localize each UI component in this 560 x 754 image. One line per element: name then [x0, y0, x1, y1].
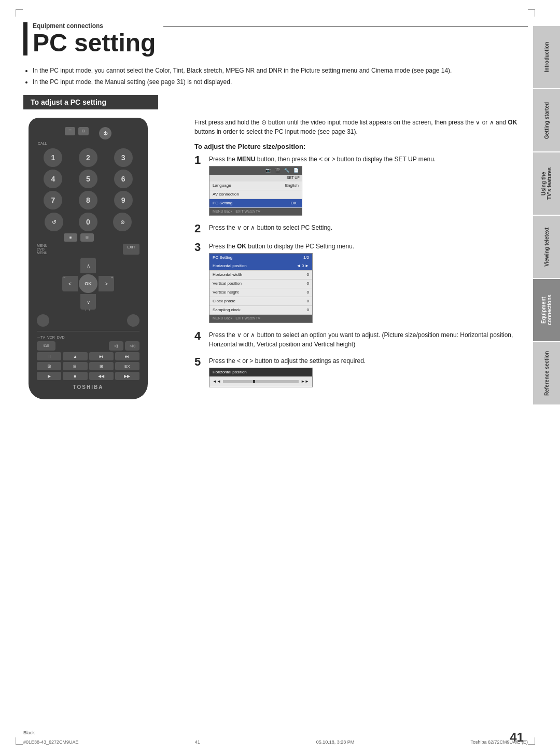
screen5-track: [223, 380, 299, 383]
remote-sound-btn1[interactable]: ◁): [109, 341, 123, 351]
sidebar-tab-reference[interactable]: Reference section: [533, 342, 560, 404]
screen2-row-vheight: Vertical height 0: [209, 288, 312, 297]
screen2-header: PC Setting 1/2: [209, 254, 312, 262]
remote-av-btn[interactable]: ①/II: [37, 341, 55, 351]
screen1-row-language: Language English: [209, 181, 302, 190]
sidebar-tab-introduction[interactable]: Introduction: [533, 26, 560, 88]
screen2-row-vpos: Vertical position 0: [209, 280, 312, 288]
remote-exit-btn[interactable]: EXIT: [123, 244, 139, 255]
screen5-left-arrow: ◄◄: [213, 379, 221, 385]
screen1-icon4: 📄: [293, 167, 299, 174]
page-footer: #01E38-43_6272CM9UAE 41 05.10.18, 3:23 P…: [23, 739, 528, 745]
remote-btn-3[interactable]: 3: [114, 148, 133, 167]
remote-nav-down[interactable]: ∨: [80, 294, 96, 310]
remote-control: ☰ ⊟ ⏻ CALL 1 2 3 4 5 6 7 8 9: [29, 118, 148, 399]
remote-ff-btn[interactable]: ▶▶: [115, 372, 139, 380]
remote-transport1: ⏸ ▲ ⏮ ⏭: [37, 352, 139, 360]
remote-btn-0[interactable]: 0: [79, 213, 97, 231]
remote-btn-7[interactable]: 7: [44, 191, 62, 210]
remote-icon-btn1[interactable]: 🖹: [37, 362, 61, 370]
sidebar-tab-teletext[interactable]: Viewing teletext: [533, 216, 560, 278]
remote-btn-9[interactable]: 9: [114, 191, 133, 210]
screen5-header: Horizontal position: [209, 368, 312, 376]
right-column: First press and hold the ⊙ button until …: [194, 118, 528, 399]
screen1-setup-label: SET UP: [209, 175, 302, 181]
remote-av-row: ①/II ◁) ◁◁: [37, 341, 139, 351]
remote-btn-8[interactable]: 8: [79, 191, 97, 210]
corner-decoration: [16, 9, 23, 17]
remote-pause-btn[interactable]: ⏸: [37, 352, 61, 360]
remote-side-left-btn[interactable]: [37, 314, 49, 327]
remote-next-btn[interactable]: ⏭: [115, 352, 139, 360]
screen2-row-hpos: Horizontal position ◄ 0 ►: [209, 262, 312, 271]
step-content-5: Press the < or > button to adjust the se…: [209, 356, 528, 387]
remote-btn-2[interactable]: 2: [79, 148, 97, 167]
remote-nav-up[interactable]: ∧: [80, 258, 96, 273]
screen2-arrows-hpos: ◄ 0 ►: [297, 263, 309, 269]
remote-power-btn[interactable]: ⏻: [99, 127, 111, 139]
remote-icon-btn2[interactable]: ⊟: [63, 362, 87, 370]
remote-icon-1[interactable]: ☰: [65, 127, 75, 135]
subsection-title: To adjust the Picture size/position:: [194, 143, 528, 150]
remote-prev-btn[interactable]: ⏮: [89, 352, 114, 360]
step-2: 2 Press the ∨ or ∧ button to select PC S…: [194, 223, 528, 234]
bullet-item-1: In the PC input mode, you cannot select …: [33, 66, 528, 75]
remote-btn-1[interactable]: 1: [44, 148, 62, 167]
remote-icon-btn3[interactable]: ⊞: [89, 362, 114, 370]
intro-text: First press and hold the ⊙ button until …: [194, 118, 528, 136]
page-number-large: 41: [510, 730, 524, 745]
screen1-icon1: 📷: [265, 167, 271, 174]
remote-icon-row2: 🖹 ⊟ ⊞ EX: [37, 362, 139, 370]
remote-rotate-btn[interactable]: ↺: [45, 213, 63, 231]
steps-list: 1 Press the MENU button, then press the …: [194, 155, 528, 387]
remote-icon-mid1[interactable]: ◉: [64, 233, 77, 242]
sidebar-tab-tv-features[interactable]: Using theTV's features: [533, 152, 560, 215]
corner-decoration: [16, 737, 23, 745]
screen1-icon3: 🔧: [284, 167, 289, 174]
remote-numpad: 1 2 3 4 5 6 7 8 9: [37, 148, 139, 210]
step-4: 4 Press the ∨ or ∧ button to select an o…: [194, 330, 528, 349]
remote-rew-btn[interactable]: ◀◀: [89, 372, 114, 380]
remote-source-btn[interactable]: ⊙: [113, 213, 132, 231]
sidebar-tab-getting-started[interactable]: Getting started: [533, 89, 560, 151]
remote-sound-btn2[interactable]: ◁◁: [125, 341, 139, 351]
remote-side-btns: [37, 314, 139, 327]
step-number-4: 4: [194, 330, 204, 342]
remote-menu-row: MENU DVD MENU EXIT: [37, 244, 139, 255]
step-number-5: 5: [194, 356, 204, 368]
remote-btn-6[interactable]: 6: [114, 170, 133, 188]
screen2-row-clock-phase: Clock phase 0: [209, 297, 312, 306]
remote-icon-btn4[interactable]: EX: [115, 362, 139, 370]
header-line: [163, 26, 528, 27]
remote-icon-2[interactable]: ⊟: [78, 127, 89, 135]
footer-color: Black: [23, 730, 35, 735]
adjust-section-header: To adjust a PC setting: [23, 95, 158, 109]
remote-btn-4[interactable]: 4: [44, 170, 62, 188]
remote-side-right-btn[interactable]: [127, 314, 139, 327]
corner-decoration: [528, 9, 535, 17]
remote-icon-mid2[interactable]: ⊞: [80, 233, 94, 242]
two-column-layout: ☰ ⊟ ⏻ CALL 1 2 3 4 5 6 7 8 9: [23, 118, 528, 399]
title-area: Equipment connections PC setting: [33, 22, 528, 55]
remote-vol-plus-label: +: [111, 276, 113, 280]
step-3: 3 Press the OK button to display the PC …: [194, 242, 528, 323]
remote-btn-5[interactable]: 5: [79, 170, 97, 188]
remote-stop-btn[interactable]: ■: [63, 372, 87, 380]
step-content-4: Press the ∨ or ∧ button to select an opt…: [209, 330, 528, 349]
step-number-2: 2: [194, 223, 204, 234]
remote-play-btn[interactable]: ▶: [37, 372, 61, 380]
sidebar-tab-equipment[interactable]: Equipmentconnections: [533, 279, 560, 341]
remote-ok-btn[interactable]: OK: [79, 274, 97, 293]
remote-eject-btn[interactable]: ▲: [63, 352, 87, 360]
screen2-footer: MENU Back EXIT Watch TV: [209, 315, 312, 323]
remote-top-icons: ☰ ⊟ ⏻: [37, 127, 139, 139]
step-1: 1 Press the MENU button, then press the …: [194, 155, 528, 216]
footer-file: #01E38-43_6272CM9UAE: [23, 739, 79, 745]
screen1-footer: MENU Back EXIT Watch TV: [209, 208, 302, 216]
step-content-2: Press the ∨ or ∧ button to select PC Set…: [209, 223, 528, 232]
screen5-right-arrow: ►►: [301, 379, 309, 385]
remote-nav-cross: ∧ < OK > ∨ − +: [62, 258, 114, 310]
screen-mock-2: PC Setting 1/2 Horizontal position ◄ 0 ►: [209, 253, 313, 323]
step-number-3: 3: [194, 242, 204, 253]
main-content: Equipment connections PC setting In the …: [23, 18, 528, 736]
